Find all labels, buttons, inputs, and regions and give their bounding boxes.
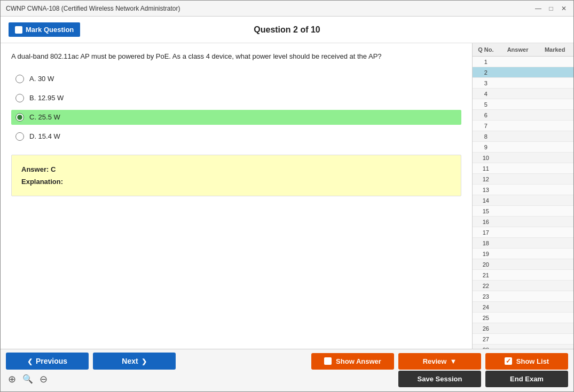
sidebar-cell-qno: 13	[473, 187, 499, 193]
window-title: CWNP CWNA-108 (Certified Wireless Networ…	[6, 5, 180, 12]
end-exam-button[interactable]: End Exam	[485, 371, 568, 387]
sidebar-cell-qno: 15	[473, 208, 499, 214]
sidebar-row[interactable]: 14	[473, 195, 573, 206]
option-a-label: A. 30 W	[29, 75, 54, 83]
sidebar-col-answer: Answer	[499, 46, 537, 53]
title-bar-controls: — □ ✕	[534, 4, 568, 13]
sidebar-cell-qno: 14	[473, 197, 499, 204]
option-c-label: C. 25.5 W	[29, 113, 60, 121]
sidebar-cell-qno: 24	[473, 304, 499, 310]
sidebar-list[interactable]: 1 2 3 4 5 6 7 8	[473, 57, 573, 349]
close-button[interactable]: ✕	[560, 4, 568, 13]
sidebar-cell-qno: 4	[473, 91, 499, 97]
sidebar-col-qno: Q No.	[473, 46, 499, 53]
question-list-sidebar: Q No. Answer Marked 1 2 3 4 5 6	[472, 43, 573, 349]
sidebar-col-marked: Marked	[536, 46, 573, 53]
sidebar-row[interactable]: 15	[473, 206, 573, 217]
option-d-radio[interactable]	[15, 132, 24, 141]
maximize-button[interactable]: □	[547, 4, 555, 13]
option-c-radio[interactable]	[15, 113, 24, 122]
mark-question-label: Mark Question	[26, 26, 74, 34]
question-title: Question 2 of 10	[254, 25, 320, 35]
minimize-button[interactable]: —	[534, 4, 542, 13]
next-button[interactable]: Next	[93, 353, 176, 370]
review-button[interactable]: Review ▼	[398, 353, 481, 370]
option-a-radio[interactable]	[15, 75, 24, 83]
options-list: A. 30 W B. 12.95 W C. 25.5 W D. 15.4 W	[11, 71, 461, 144]
sidebar-row[interactable]: 4	[473, 89, 573, 99]
answer-line: Answer: C	[21, 163, 451, 175]
bottom-row-actions: ⊕ 🔍 ⊖ Save Session End Exam	[6, 371, 568, 387]
sidebar-cell-qno: 8	[473, 133, 499, 140]
sidebar-row[interactable]: 9	[473, 142, 573, 153]
sidebar-row[interactable]: 22	[473, 281, 573, 291]
sidebar-cell-qno: 22	[473, 283, 499, 289]
sidebar-cell-qno: 18	[473, 240, 499, 246]
bottom-bar: Previous Next Show Answer Review ▼ ✓ Sho…	[1, 349, 573, 391]
title-bar: CWNP CWNA-108 (Certified Wireless Networ…	[1, 1, 573, 17]
option-d[interactable]: D. 15.4 W	[11, 129, 461, 144]
sidebar-row[interactable]: 17	[473, 227, 573, 238]
chevron-right-icon	[141, 357, 147, 365]
mark-question-button[interactable]: Mark Question	[9, 22, 80, 37]
sidebar-row[interactable]: 2	[473, 67, 573, 78]
sidebar-row[interactable]: 7	[473, 121, 573, 131]
sidebar-row[interactable]: 11	[473, 163, 573, 174]
sidebar-row[interactable]: 23	[473, 291, 573, 302]
sidebar-row[interactable]: 13	[473, 185, 573, 195]
save-session-label: Save Session	[418, 375, 462, 383]
next-label: Next	[122, 357, 138, 365]
sidebar-row[interactable]: 25	[473, 313, 573, 323]
sidebar-cell-qno: 17	[473, 229, 499, 236]
option-b-radio[interactable]	[15, 94, 24, 102]
zoom-controls: ⊕ 🔍 ⊖	[6, 372, 50, 386]
sidebar-row[interactable]: 6	[473, 110, 573, 121]
show-list-button[interactable]: ✓ Show List	[485, 353, 568, 370]
show-answer-checkbox-icon	[324, 357, 332, 365]
zoom-in-button[interactable]: ⊕	[6, 372, 18, 386]
sidebar-row[interactable]: 10	[473, 153, 573, 163]
zoom-reset-button[interactable]: 🔍	[20, 373, 35, 385]
sidebar-row[interactable]: 12	[473, 174, 573, 185]
sidebar-row[interactable]: 21	[473, 270, 573, 281]
option-d-label: D. 15.4 W	[29, 132, 60, 140]
sidebar-cell-qno: 11	[473, 165, 499, 172]
option-b[interactable]: B. 12.95 W	[11, 91, 461, 106]
save-session-button[interactable]: Save Session	[398, 371, 481, 387]
sidebar-cell-qno: 16	[473, 219, 499, 225]
sidebar-row[interactable]: 24	[473, 302, 573, 313]
zoom-out-button[interactable]: ⊖	[37, 372, 50, 386]
option-a[interactable]: A. 30 W	[11, 71, 461, 86]
review-dropdown-icon: ▼	[450, 357, 457, 365]
sidebar-cell-qno: 9	[473, 144, 499, 150]
sidebar-row[interactable]: 8	[473, 131, 573, 142]
sidebar-row[interactable]: 19	[473, 249, 573, 259]
show-list-checkbox-icon: ✓	[505, 357, 512, 365]
show-list-label: Show List	[516, 357, 549, 365]
sidebar-cell-qno: 20	[473, 261, 499, 268]
app-window: CWNP CWNA-108 (Certified Wireless Networ…	[0, 0, 574, 392]
sidebar-cell-qno: 26	[473, 325, 499, 332]
sidebar-row[interactable]: 18	[473, 238, 573, 249]
end-exam-label: End Exam	[510, 375, 544, 383]
sidebar-row[interactable]: 3	[473, 78, 573, 89]
option-b-label: B. 12.95 W	[29, 94, 64, 102]
sidebar-cell-qno: 25	[473, 315, 499, 321]
sidebar-cell-qno: 2	[473, 69, 499, 76]
mark-checkbox-icon	[15, 26, 22, 34]
sidebar-row[interactable]: 16	[473, 217, 573, 227]
show-answer-button[interactable]: Show Answer	[311, 353, 394, 370]
sidebar-row[interactable]: 28	[473, 345, 573, 349]
bottom-row-nav: Previous Next Show Answer Review ▼ ✓ Sho…	[6, 353, 568, 370]
sidebar-cell-qno: 5	[473, 101, 499, 108]
sidebar-row[interactable]: 20	[473, 259, 573, 270]
sidebar-cell-qno: 19	[473, 251, 499, 257]
sidebar-row[interactable]: 26	[473, 323, 573, 334]
sidebar-row[interactable]: 27	[473, 334, 573, 345]
sidebar-row[interactable]: 1	[473, 57, 573, 67]
sidebar-cell-qno: 12	[473, 176, 499, 182]
option-c[interactable]: C. 25.5 W	[11, 110, 461, 125]
sidebar-row[interactable]: 5	[473, 99, 573, 110]
previous-label: Previous	[36, 357, 67, 365]
previous-button[interactable]: Previous	[6, 353, 89, 370]
